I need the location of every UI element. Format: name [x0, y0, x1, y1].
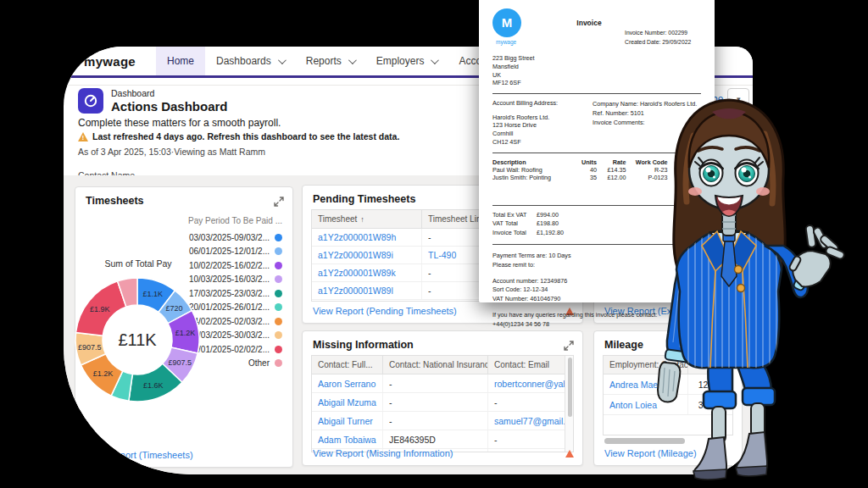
slice-label: £907.5: [168, 358, 192, 367]
object-type-label: Dashboard: [111, 88, 228, 98]
app-logo: mywage: [84, 54, 136, 69]
column-header[interactable]: Contact: Email: [488, 356, 570, 374]
legend-item[interactable]: 06/01/2025-12/01/2...: [188, 245, 282, 259]
panel-title: Missing Information: [303, 331, 582, 351]
nav-tab-employers[interactable]: Employers: [365, 47, 448, 75]
invoice-column-header: Rate: [597, 158, 626, 166]
cell: -: [383, 412, 488, 430]
address-line: 223 Bigg Street: [492, 54, 701, 63]
cell: -: [488, 393, 570, 411]
missing-information-table: Contact: Full...Contact: National Insura…: [311, 355, 574, 452]
cell-link[interactable]: Abigail Turner: [312, 412, 383, 430]
legend-item[interactable]: 03/03/2025-09/03/2...: [188, 230, 282, 245]
cell: -: [383, 374, 488, 392]
sender-address: 223 Bigg StreetMansfieldUKMF12 6SF: [492, 54, 701, 87]
cell-link[interactable]: robertconner@yahoo.com: [488, 374, 570, 392]
view-report-link[interactable]: View Report (Timesheets): [86, 450, 193, 460]
legend-color-dot: [275, 318, 282, 325]
invoice-column-header: Description: [492, 158, 576, 166]
legend-color-dot: [275, 234, 282, 241]
billing-label: Account Billing Address:: [492, 99, 588, 108]
legend-color-dot: [275, 247, 282, 255]
view-report-link[interactable]: View Report (Missing Information): [313, 448, 453, 458]
chevron-down-icon: [431, 56, 439, 64]
column-header[interactable]: Timesheet↑: [312, 210, 422, 228]
vertical-scrollbar[interactable]: [565, 356, 573, 452]
invoice-number: Invoice Number: 002299: [625, 29, 701, 38]
warning-triangle-icon: [565, 450, 574, 458]
nav-tab-home[interactable]: Home: [156, 47, 205, 75]
timesheets-panel: Timesheets Pay Period To Be Paid ... 03/…: [75, 186, 293, 468]
table-row: Aaron Serrano-robertconner@yahoo.com☎-: [312, 374, 573, 393]
expand-icon[interactable]: [274, 195, 284, 205]
expand-icon[interactable]: [564, 339, 574, 349]
table-row: Abigail Turner-samuel77@gmail.com☎-: [312, 412, 573, 430]
dashboard-description: Complete these matters for a smooth payr…: [78, 117, 434, 129]
chevron-down-icon: [278, 56, 287, 64]
legend-color-dot: [275, 303, 282, 311]
invoice-column-header: Units: [576, 158, 597, 166]
slice-label: £720: [165, 304, 182, 313]
billing-address-line: Harold's Roofers Ltd.: [492, 114, 588, 122]
address-line: UK: [492, 71, 701, 80]
billing-address-line: 123 Horse Drive: [492, 121, 588, 130]
page-title: Actions Dashboard: [111, 99, 228, 114]
panel-title: Timesheets: [75, 187, 292, 207]
billing-address-line: CH12 4SF: [492, 138, 588, 147]
view-report-link[interactable]: View Report (Pending Timesheets): [313, 306, 457, 316]
legend-title: Pay Period To Be Paid ...: [188, 216, 282, 225]
slice-label: £1.6K: [143, 381, 164, 390]
invoice-title: Invoice: [554, 8, 625, 47]
cell-link[interactable]: Aaron Serrano: [312, 374, 383, 392]
donut-chart[interactable]: £1.1K£720£1.2K£907.5£1.6K£1.2K£907.5£1.9…: [65, 268, 209, 412]
legend-color-dot: [275, 262, 282, 269]
cell-link[interactable]: a1Y2z000001W89i: [312, 247, 422, 263]
address-line: MF12 6SF: [492, 79, 701, 87]
invoice-date: Created Date: 29/09/2022: [625, 38, 701, 47]
cell-link[interactable]: a1Y2z000001W89l: [312, 282, 422, 299]
legend-color-dot: [275, 346, 282, 353]
logo-wordmark: mywage: [496, 39, 554, 46]
slice-label: £907.5: [78, 343, 102, 352]
screenshot-root: { "nav": { "logo": "mywage", "tabs": [ {…: [0, 0, 868, 488]
legend-color-dot: [275, 275, 282, 283]
billing-address-block: Account Billing Address: Harold's Roofer…: [492, 99, 588, 147]
legend-color-dot: [275, 359, 282, 367]
warning-icon: !: [78, 132, 88, 141]
invoice-logo: M mywage: [492, 8, 554, 47]
mascot-illustration: [637, 88, 868, 488]
slice-label: £1.2K: [175, 329, 196, 337]
nav-tab-dashboards[interactable]: Dashboards: [205, 47, 295, 75]
donut-center-label: £11K: [118, 330, 157, 349]
sort-ascending-icon: ↑: [360, 215, 364, 224]
slice-label: £1.9K: [90, 305, 110, 313]
cell-link[interactable]: Abigail Mzuma: [312, 393, 383, 411]
as-of-timestamp: As of 3 Apr 2025, 15:03·Viewing as Matt …: [78, 147, 434, 157]
address-line: Mansfield: [492, 63, 701, 71]
cell-link[interactable]: samuel77@gmail.com: [488, 412, 570, 430]
cell-link[interactable]: a1Y2z000001W89k: [312, 264, 422, 281]
column-header[interactable]: Contact: Full...: [312, 356, 383, 374]
slice-label: £1.1K: [143, 290, 164, 298]
refresh-warning: ! Last refreshed 4 days ago. Refresh thi…: [78, 131, 434, 141]
slice-label: £1.2K: [93, 369, 114, 378]
column-header[interactable]: Contact: National Insuranc...: [383, 356, 488, 374]
missing-information-panel: Missing Information Contact: Full...Cont…: [302, 330, 583, 466]
legend-color-dot: [275, 290, 282, 297]
cell-link[interactable]: a1Y2z000001W89h: [312, 229, 422, 246]
table-row: Abigail Mzuma--☎-: [312, 393, 573, 412]
nav-tab-reports[interactable]: Reports: [295, 47, 365, 75]
cell: -: [383, 393, 488, 411]
chevron-down-icon: [348, 56, 357, 64]
billing-address-line: Cornhill: [492, 130, 588, 138]
dashboard-icon: [78, 88, 103, 114]
invoice-meta: Invoice Number: 002299 Created Date: 29/…: [625, 8, 701, 47]
mywage-logo-icon: M: [492, 8, 521, 37]
legend-color-dot: [275, 331, 282, 339]
